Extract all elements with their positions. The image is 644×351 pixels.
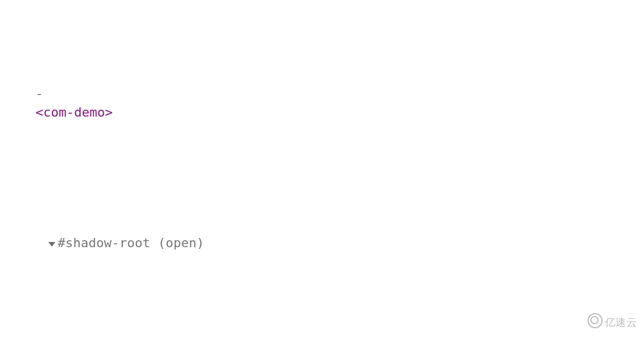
watermark-icon [588,313,603,328]
tag-com-demo: com-demo [43,105,105,120]
shadow-root-line[interactable]: #shadow-root (open) [0,215,644,271]
chevron-down-icon[interactable] [48,242,55,247]
watermark-text: 亿速云 [605,317,638,328]
element-line-root-open[interactable]: - <com-demo> [0,66,644,141]
style1-open[interactable]: <style> [0,345,644,351]
expand-mark: - [36,85,41,103]
shadow-root-label: #shadow-root (open) [58,236,204,250]
devtools-elements-panel: - <com-demo> #shadow-root (open) <style>… [0,0,644,351]
watermark: 亿速云 [574,298,637,345]
